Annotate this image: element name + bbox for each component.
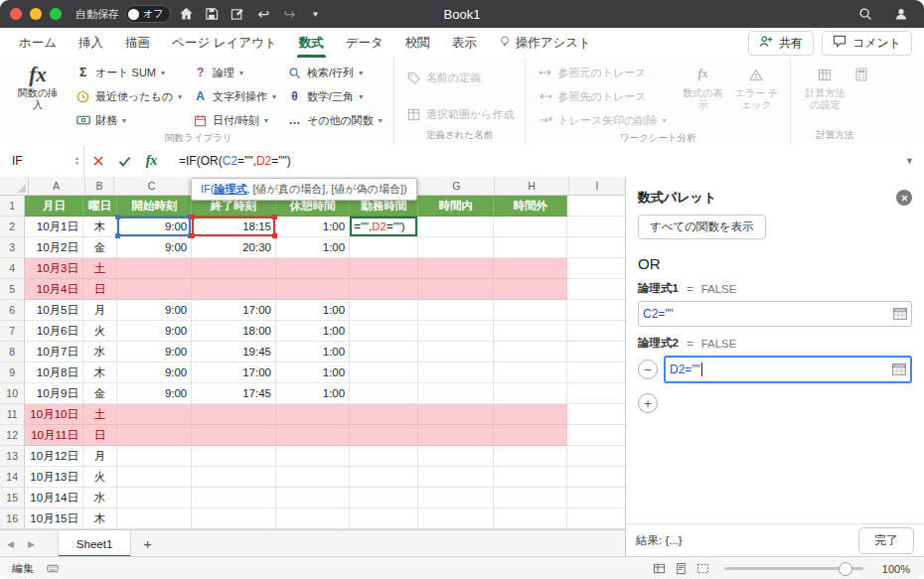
close-button[interactable] bbox=[10, 8, 22, 20]
cell-H9[interactable] bbox=[494, 362, 567, 383]
range-picker-icon[interactable] bbox=[893, 308, 907, 320]
cell-F14[interactable] bbox=[350, 467, 418, 488]
cell-E15[interactable] bbox=[276, 488, 350, 508]
cell-F8[interactable] bbox=[350, 342, 418, 362]
cell-F12[interactable] bbox=[350, 425, 418, 446]
cell-I14[interactable] bbox=[567, 467, 626, 488]
ribbon-button-more-functions[interactable]: …その他の関数▾ bbox=[282, 108, 386, 132]
formula-input[interactable]: =IF(OR(C2="",D2="") bbox=[179, 154, 291, 168]
show-all-functions-button[interactable]: すべての関数を表示 bbox=[638, 215, 766, 239]
cell-B3[interactable]: 金 bbox=[83, 237, 117, 258]
cell-C6[interactable]: 9:00 bbox=[117, 300, 192, 321]
cell-H14[interactable] bbox=[494, 467, 567, 488]
cell-D4[interactable] bbox=[192, 258, 276, 279]
ribbon-button-logical[interactable]: ?論理▾ bbox=[188, 61, 280, 84]
cell-E6[interactable]: 1:00 bbox=[276, 300, 350, 321]
ribbon-button-calculate-now[interactable] bbox=[851, 61, 871, 110]
share-button[interactable]: 共有 bbox=[748, 31, 814, 56]
close-panel-button[interactable] bbox=[896, 190, 912, 206]
ribbon-button-text[interactable]: A文字列操作▾ bbox=[188, 84, 280, 108]
row-header-5[interactable]: 5 bbox=[0, 279, 25, 300]
cell-A14[interactable]: 10月13日 bbox=[25, 467, 83, 488]
cell-I5[interactable] bbox=[567, 279, 626, 300]
cell-C10[interactable]: 9:00 bbox=[117, 383, 192, 404]
cell-E7[interactable]: 1:00 bbox=[276, 321, 350, 342]
row-header-1[interactable]: 1 bbox=[0, 196, 25, 217]
insert-function-button[interactable]: fx 関数の挿入 bbox=[11, 61, 65, 110]
cell-C1[interactable]: 開始時刻 bbox=[117, 196, 192, 217]
cell-E2[interactable]: 1:00 bbox=[276, 217, 350, 237]
cell-A9[interactable]: 10月8日 bbox=[25, 362, 83, 383]
cell-A5[interactable]: 10月4日 bbox=[25, 279, 83, 300]
cell-H2[interactable] bbox=[494, 217, 567, 237]
cell-H16[interactable] bbox=[494, 508, 567, 529]
row-header-13[interactable]: 13 bbox=[0, 446, 25, 467]
tab-page-layout[interactable]: ページ レイアウト bbox=[161, 28, 288, 58]
cell-D2[interactable]: 18:15 bbox=[192, 217, 276, 237]
cell-G11[interactable] bbox=[418, 404, 494, 425]
tab-insert[interactable]: 挿入 bbox=[68, 28, 114, 58]
save-icon[interactable] bbox=[201, 3, 223, 25]
cell-I2[interactable] bbox=[567, 217, 626, 237]
cancel-button[interactable] bbox=[84, 145, 111, 177]
cell-A11[interactable]: 10月10日 bbox=[25, 404, 83, 425]
cell-A7[interactable]: 10月6日 bbox=[25, 321, 83, 342]
cell-D6[interactable]: 17:00 bbox=[192, 300, 276, 321]
cell-G12[interactable] bbox=[418, 425, 494, 446]
select-all-button[interactable] bbox=[0, 177, 29, 196]
cell-B16[interactable]: 木 bbox=[83, 508, 117, 529]
sheet-nav-left-icon[interactable]: ◀ bbox=[0, 539, 21, 549]
cell-H6[interactable] bbox=[494, 300, 567, 321]
cell-A1[interactable]: 月日 bbox=[25, 196, 83, 217]
page-layout-view-icon[interactable] bbox=[675, 562, 688, 575]
cell-F5[interactable] bbox=[350, 279, 418, 300]
cell-B8[interactable]: 水 bbox=[83, 342, 117, 362]
zoom-slider[interactable] bbox=[724, 567, 863, 570]
cell-G3[interactable] bbox=[418, 237, 494, 258]
row-header-3[interactable]: 3 bbox=[0, 237, 25, 258]
cell-A8[interactable]: 10月7日 bbox=[25, 342, 83, 362]
cell-D10[interactable]: 17:45 bbox=[192, 383, 276, 404]
cell-H15[interactable] bbox=[494, 488, 567, 508]
cell-F10[interactable] bbox=[350, 383, 418, 404]
cell-H4[interactable] bbox=[494, 258, 567, 279]
zoom-level[interactable]: 100% bbox=[878, 563, 910, 575]
ribbon-button-error-checking[interactable]: エラー チェック bbox=[729, 61, 783, 110]
range-handle[interactable] bbox=[272, 233, 277, 238]
cell-C16[interactable] bbox=[117, 508, 192, 529]
cell-B15[interactable]: 水 bbox=[83, 488, 117, 508]
cell-A15[interactable]: 10月14日 bbox=[25, 488, 83, 508]
cell-B14[interactable]: 火 bbox=[83, 467, 117, 488]
cell-B13[interactable]: 月 bbox=[83, 446, 117, 467]
column-header-A[interactable]: A bbox=[29, 177, 85, 196]
cell-A3[interactable]: 10月2日 bbox=[25, 237, 83, 258]
cell-I7[interactable] bbox=[567, 321, 626, 342]
cell-D9[interactable]: 17:00 bbox=[192, 362, 276, 383]
cell-D8[interactable]: 19:45 bbox=[192, 342, 276, 362]
cell-F9[interactable] bbox=[350, 362, 418, 383]
sheet-nav-right-icon[interactable]: ▶ bbox=[21, 539, 42, 549]
column-header-C[interactable]: C bbox=[114, 177, 190, 196]
row-header-9[interactable]: 9 bbox=[0, 362, 25, 383]
cell-B4[interactable]: 土 bbox=[83, 258, 117, 279]
row-header-6[interactable]: 6 bbox=[0, 300, 25, 321]
cell-G6[interactable] bbox=[418, 300, 494, 321]
cell-G10[interactable] bbox=[418, 383, 494, 404]
tab-formulas[interactable]: 数式 bbox=[288, 28, 335, 58]
name-box[interactable]: IF ▲▼ bbox=[0, 145, 83, 177]
cell-F11[interactable] bbox=[350, 404, 418, 425]
insert-function-icon[interactable]: fx bbox=[138, 145, 165, 177]
range-handle[interactable] bbox=[190, 233, 195, 238]
cell-B10[interactable]: 金 bbox=[83, 383, 117, 404]
cell-I4[interactable] bbox=[567, 258, 626, 279]
cell-G16[interactable] bbox=[418, 508, 494, 529]
zoom-knob[interactable] bbox=[839, 562, 852, 576]
cell-C12[interactable] bbox=[117, 425, 192, 446]
name-box-stepper-icon[interactable]: ▲▼ bbox=[75, 156, 83, 166]
range-handle[interactable] bbox=[272, 215, 277, 219]
row-header-15[interactable]: 15 bbox=[0, 488, 25, 508]
cell-H8[interactable] bbox=[494, 342, 567, 362]
minimize-button[interactable] bbox=[30, 8, 42, 20]
cell-B12[interactable]: 日 bbox=[83, 425, 117, 446]
row-header-11[interactable]: 11 bbox=[0, 404, 25, 425]
